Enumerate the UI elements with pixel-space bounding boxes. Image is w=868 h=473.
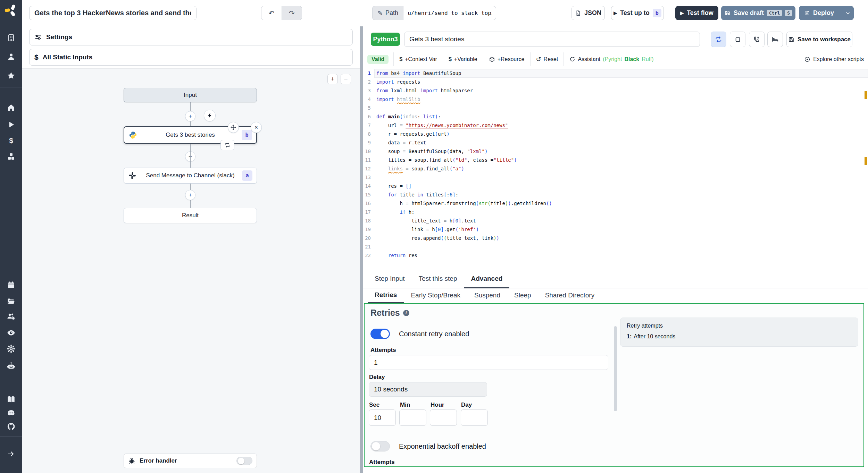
move-step-handle[interactable] [228,122,239,133]
code-lines: 1from bs4 import BeautifulSoup2import re… [363,69,868,260]
retries-shortcut-button[interactable] [711,32,726,47]
flow-settings-bar[interactable]: Settings [29,29,353,45]
deploy-dropdown-button[interactable] [842,6,853,20]
json-file-icon [575,10,581,16]
runs-play-icon[interactable] [0,120,22,129]
groups-users-gear-icon[interactable] [0,312,22,321]
input-node[interactable]: Input [124,88,257,102]
attempts-label: Attempts [370,347,396,354]
package-icon [489,56,495,62]
subtab-early-stop[interactable]: Early Stop/Break [404,292,467,303]
tab-test-this-step[interactable]: Test this step [412,275,464,288]
panel-resize-divider[interactable] [360,26,363,473]
add-context-var-button[interactable]: $ +Context Var [394,52,443,66]
folders-icon[interactable] [0,297,22,306]
deploy-button[interactable]: Deploy [799,6,854,20]
test-up-to-button[interactable]: ▶ Test up to b [611,6,664,20]
json-button[interactable]: JSON [571,6,605,20]
early-stop-shortcut-button[interactable] [730,32,745,47]
deploy-main[interactable]: Deploy [799,6,839,20]
redo-icon: ↷ [289,9,295,17]
lightning-icon [207,113,212,118]
subtab-shared-directory[interactable]: Shared Directory [538,292,602,303]
reset-button[interactable]: ↺ Reset [531,52,564,66]
editor-scrollbar[interactable] [863,66,863,268]
code-line: 2import requests [363,78,868,86]
variables-dollar-icon[interactable]: $ [0,136,22,145]
workers-robot-icon[interactable] [0,362,22,371]
save-to-workspace-button[interactable]: Save to workspace [786,32,852,47]
add-variable-button[interactable]: $ +Variable [443,52,483,66]
python-icon [129,131,137,139]
exponential-backoff-toggle[interactable] [370,441,390,451]
hour-input[interactable] [430,409,457,426]
retries-scrollbar[interactable] [614,326,617,411]
sliders-icon [34,33,42,41]
workspace-icon[interactable] [0,33,22,42]
code-editor[interactable]: 1from bs4 import BeautifulSoup2import re… [363,66,868,268]
plus-icon: + [189,192,192,199]
path-input[interactable] [403,6,496,20]
step-name-input[interactable] [404,32,700,47]
zoom-out-button[interactable]: − [341,74,351,84]
github-icon[interactable] [0,422,22,431]
delay-label: Delay [369,374,385,381]
all-static-inputs-bar[interactable]: $ All Static Inputs [29,49,353,66]
user-icon[interactable] [0,52,22,61]
schedules-calendar-icon[interactable] [0,280,22,289]
subtab-suspend[interactable]: Suspend [467,292,507,303]
assistant-button[interactable]: Assistant (Pyright Black Ruff) [564,52,659,66]
favorites-star-icon[interactable] [0,71,22,80]
add-step-button[interactable]: + [185,190,195,200]
flow-graph[interactable]: + − Input + Gets 3 best stories b [22,69,360,473]
settings-gear-icon[interactable] [0,344,22,353]
delete-step-button[interactable]: × [251,122,262,133]
docs-book-icon[interactable] [0,395,22,404]
flow-title-input[interactable] [29,6,197,20]
sec-input[interactable] [369,409,396,426]
subtab-retries[interactable]: Retries [368,291,404,303]
home-icon[interactable] [0,103,22,112]
zoom-in-button[interactable]: + [327,74,338,84]
sleep-shortcut-button[interactable] [767,32,783,47]
subtab-sleep[interactable]: Sleep [507,292,538,303]
expand-arrow-icon[interactable] [0,449,22,458]
test-flow-button[interactable]: ▶ Test flow [675,6,718,20]
add-step-button[interactable]: + [185,111,195,121]
code-line: 6def main(infos: list): [363,112,868,121]
undo-button[interactable]: ↶ [261,6,282,20]
code-line: 4import html5lib [363,95,868,104]
slack-icon [129,172,136,179]
audit-eye-icon[interactable] [0,328,22,337]
min-input[interactable] [399,409,426,426]
code-line: 19 link = h[0].get('href') [363,225,868,234]
windmill-logo[interactable] [0,3,22,18]
result-node[interactable]: Result [124,208,257,223]
redo-button[interactable]: ↷ [282,6,302,20]
retry-indicator-chip[interactable] [220,140,234,150]
resources-hub-icon[interactable] [0,152,22,161]
info-icon[interactable]: i [403,310,409,316]
trigger-bolt-button[interactable] [204,110,216,121]
suspend-shortcut-button[interactable] [749,32,765,47]
delay-input[interactable] [369,382,487,397]
day-label: Day [461,402,472,408]
constant-retry-toggle[interactable] [370,329,390,339]
code-line: 11 titles = soup.find_all("td", class_="… [363,156,868,164]
explore-other-scripts-button[interactable]: Explore other scripts [804,56,864,62]
chevron-down-icon [845,10,851,16]
day-input[interactable] [461,409,488,426]
add-resource-button[interactable]: +Resource [483,52,530,66]
warning-marker [865,91,867,99]
error-handler-toggle[interactable] [236,457,252,465]
error-handler-node[interactable]: Error handler [124,454,257,468]
attempts-input[interactable] [369,355,608,370]
tab-advanced[interactable]: Advanced [464,275,510,288]
discord-icon[interactable] [0,408,22,417]
path-chip[interactable]: ✎ Path [372,6,403,20]
tab-step-input[interactable]: Step Input [368,275,412,288]
save-icon [804,10,810,16]
kbd-s: S [785,10,792,16]
step-node-a[interactable]: Send Message to Channel (slack) a [124,168,257,184]
save-draft-button[interactable]: Save draft Ctrl S [721,6,795,20]
